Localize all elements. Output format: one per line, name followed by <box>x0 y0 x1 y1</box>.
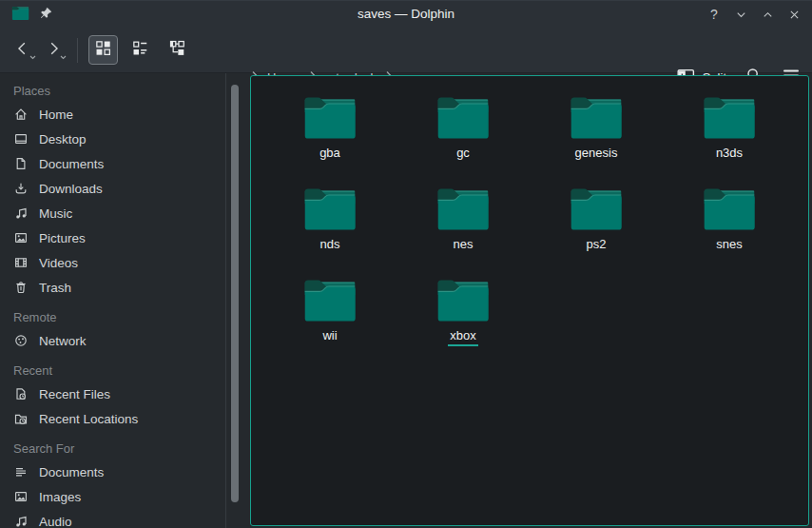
app-folder-icon <box>11 5 29 25</box>
help-button[interactable]: ? <box>704 4 725 25</box>
forward-dropdown-caret-icon[interactable] <box>60 47 67 64</box>
panel-divider <box>225 73 226 528</box>
recent-file-icon <box>13 386 29 401</box>
home-icon <box>13 107 29 122</box>
image-icon <box>13 230 29 245</box>
sidebar-item-home[interactable]: Home <box>13 102 245 127</box>
sidebar-item-search-documents[interactable]: Documents <box>13 460 245 484</box>
folder-icon <box>302 184 358 232</box>
text-lines-icon <box>13 464 29 479</box>
sidebar-item-videos[interactable]: Videos <box>13 250 245 275</box>
network-icon <box>13 333 29 348</box>
section-header-recent: Recent <box>13 361 245 381</box>
back-dropdown-caret-icon[interactable] <box>29 47 36 64</box>
folder-item-nes[interactable]: nes <box>396 177 530 268</box>
music-note-icon <box>13 514 29 528</box>
view-mode-tree-button[interactable] <box>163 35 192 65</box>
folder-icon <box>302 92 358 141</box>
section-header-places: Places <box>13 81 245 102</box>
section-header-search-for: Search For <box>13 439 245 460</box>
folder-item-gc[interactable]: gc <box>396 86 530 177</box>
sidebar-item-pictures[interactable]: Pictures <box>13 225 245 250</box>
folder-item-genesis[interactable]: genesis <box>530 86 663 177</box>
trash-icon <box>13 280 29 295</box>
sidebar-item-recent-locations[interactable]: Recent Locations <box>13 406 245 431</box>
chevron-down-icon <box>734 8 748 22</box>
sidebar-item-downloads[interactable]: Downloads <box>13 176 245 201</box>
sidebar-item-search-images[interactable]: Images <box>13 484 245 509</box>
close-button[interactable] <box>783 4 804 25</box>
chevron-up-icon <box>761 8 775 22</box>
folder-item-ps2[interactable]: ps2 <box>530 177 663 268</box>
sidebar-item-network[interactable]: Network <box>13 328 245 353</box>
sidebar-item-trash[interactable]: Trash <box>13 275 245 300</box>
sidebar-item-recent-files[interactable]: Recent Files <box>13 381 245 406</box>
tree-view-icon <box>168 39 186 61</box>
icons-view-icon <box>94 39 112 61</box>
download-icon <box>13 181 29 196</box>
folder-item-xbox[interactable]: xbox <box>396 268 530 360</box>
places-panel: Places Home Desktop Documents Downloads … <box>0 73 245 528</box>
music-note-icon <box>13 205 29 221</box>
folder-item-snes[interactable]: snes <box>663 177 796 268</box>
film-icon <box>13 255 29 270</box>
sidebar-item-music[interactable]: Music <box>13 201 245 225</box>
close-icon <box>788 9 801 21</box>
sidebar-item-search-audio[interactable]: Audio <box>13 509 245 528</box>
folder-icon <box>435 92 491 141</box>
folder-icon <box>702 92 757 141</box>
folder-icon <box>702 184 757 232</box>
view-mode-icons-button[interactable] <box>88 35 118 65</box>
folder-icon <box>302 275 358 323</box>
sidebar-item-desktop[interactable]: Desktop <box>13 127 245 151</box>
back-button[interactable] <box>10 36 36 65</box>
folder-grid: gba gc genesis n3ds nds nes ps2 snes wii… <box>251 76 808 360</box>
toolbar-separator <box>77 38 78 63</box>
folder-item-nds[interactable]: nds <box>263 177 396 268</box>
folder-icon <box>569 184 624 232</box>
titlebar[interactable]: saves — Dolphin ? <box>0 1 812 28</box>
section-header-remote: Remote <box>13 307 245 328</box>
folder-item-gba[interactable]: gba <box>263 86 396 177</box>
document-icon <box>13 156 29 171</box>
dolphin-window: saves — Dolphin ? <box>0 0 812 528</box>
folder-item-n3ds[interactable]: n3ds <box>663 86 796 177</box>
toolbar: Home retrodeck saves Split <box>0 28 812 73</box>
sidebar-scrollbar[interactable] <box>231 85 239 502</box>
folder-icon <box>435 275 491 323</box>
window-title: saves — Dolphin <box>0 1 812 28</box>
folder-icon <box>569 92 624 141</box>
desktop-icon <box>13 131 29 147</box>
pin-icon <box>39 6 53 24</box>
folder-icon <box>435 184 491 232</box>
maximize-button[interactable] <box>757 4 778 25</box>
image-icon <box>13 489 29 504</box>
recent-folder-icon <box>13 411 29 426</box>
folder-view[interactable]: gba gc genesis n3ds nds nes ps2 snes wii… <box>250 75 809 526</box>
minimize-button[interactable] <box>730 4 751 25</box>
details-view-icon <box>131 39 149 61</box>
folder-item-wii[interactable]: wii <box>263 268 396 360</box>
forward-button[interactable] <box>40 36 67 65</box>
sidebar-item-documents[interactable]: Documents <box>13 151 245 176</box>
view-mode-details-button[interactable] <box>126 35 155 65</box>
